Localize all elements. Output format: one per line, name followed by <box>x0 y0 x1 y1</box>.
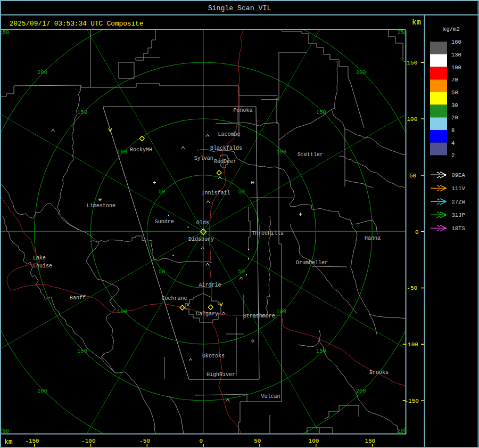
svg-text:200: 200 <box>37 69 47 76</box>
svg-text:100: 100 <box>276 308 286 315</box>
svg-text:Innisfail: Innisfail <box>201 190 230 196</box>
svg-text:4: 4 <box>451 140 455 146</box>
svg-text:RockyMH: RockyMH <box>130 147 152 153</box>
svg-text:150: 150 <box>316 109 326 116</box>
svg-text:150: 150 <box>365 438 375 444</box>
svg-text:31JP: 31JP <box>452 212 465 218</box>
svg-text:Strathmore: Strathmore <box>243 313 275 319</box>
svg-text:160: 160 <box>451 39 461 45</box>
svg-text:Limestone: Limestone <box>87 203 115 209</box>
svg-text:150: 150 <box>316 348 326 354</box>
svg-text:100: 100 <box>451 64 461 71</box>
svg-text:130: 130 <box>451 52 461 58</box>
svg-text:250: 250 <box>0 428 9 434</box>
svg-text:RedDeer: RedDeer <box>214 159 236 165</box>
svg-text:Okotoks: Okotoks <box>202 353 225 359</box>
svg-text:Stettler: Stettler <box>298 152 323 158</box>
svg-text:18TS: 18TS <box>452 225 465 232</box>
svg-text:Sylvan: Sylvan <box>194 156 213 161</box>
svg-text:200: 200 <box>356 388 366 394</box>
svg-text:09EA: 09EA <box>452 172 466 178</box>
svg-text:Single_Scan_VIL: Single_Scan_VIL <box>208 4 271 12</box>
svg-text:0: 0 <box>200 438 203 444</box>
svg-text:200: 200 <box>356 69 366 76</box>
svg-text:150: 150 <box>77 109 87 116</box>
svg-text:-50: -50 <box>139 438 150 444</box>
svg-text:200: 200 <box>37 388 47 394</box>
svg-text:100: 100 <box>276 149 286 155</box>
svg-text:50: 50 <box>451 89 458 96</box>
svg-text:100: 100 <box>117 149 127 155</box>
svg-text:150: 150 <box>77 348 87 354</box>
svg-text:Drumheller: Drumheller <box>296 260 328 266</box>
svg-text:50: 50 <box>409 173 416 179</box>
svg-text:Lake: Lake <box>33 255 46 261</box>
svg-text:Olds: Olds <box>196 220 209 226</box>
svg-text:-50: -50 <box>407 285 417 291</box>
svg-text:50: 50 <box>254 438 261 444</box>
svg-text:Banff: Banff <box>70 295 86 301</box>
svg-text:50: 50 <box>159 189 166 195</box>
svg-text:km: km <box>412 18 421 27</box>
svg-text:-100: -100 <box>81 438 95 444</box>
svg-text:kg/m2: kg/m2 <box>443 26 460 32</box>
svg-text:-150: -150 <box>405 398 419 404</box>
svg-text:20: 20 <box>451 115 458 121</box>
svg-text:2025/09/17 03:53:34 UTC Compos: 2025/09/17 03:53:34 UTC Composite <box>10 20 143 28</box>
svg-text:Calgary: Calgary <box>196 311 218 317</box>
svg-text:100: 100 <box>117 308 127 315</box>
svg-text:150: 150 <box>407 60 418 66</box>
svg-text:70: 70 <box>451 77 458 83</box>
svg-text:8: 8 <box>451 127 455 134</box>
svg-text:30: 30 <box>451 102 458 109</box>
svg-text:Brooks: Brooks <box>369 370 389 376</box>
svg-text:50: 50 <box>159 268 166 275</box>
svg-text:Vulcan: Vulcan <box>261 394 280 400</box>
svg-text:-150: -150 <box>25 438 39 444</box>
svg-text:km: km <box>4 438 13 446</box>
svg-text:HighRiver: HighRiver <box>207 372 235 378</box>
svg-text:Sundre: Sundre <box>155 219 174 225</box>
svg-text:Louise: Louise <box>33 263 52 269</box>
svg-text:50: 50 <box>238 189 245 195</box>
svg-text:Lacombe: Lacombe <box>218 132 240 137</box>
svg-text:Didsbury: Didsbury <box>188 237 214 242</box>
svg-text:100: 100 <box>309 438 319 444</box>
svg-text:111V: 111V <box>452 185 466 192</box>
svg-text:Airdrie: Airdrie <box>199 282 221 288</box>
svg-text:Ponoka: Ponoka <box>233 108 252 113</box>
svg-text:27ZW: 27ZW <box>452 199 466 205</box>
svg-text:100: 100 <box>407 116 418 123</box>
svg-text:50: 50 <box>238 268 245 275</box>
svg-text:0: 0 <box>415 229 419 235</box>
svg-text:-100: -100 <box>404 341 418 348</box>
svg-text:ThreeHills: ThreeHills <box>252 231 284 237</box>
svg-text:250: 250 <box>0 29 9 36</box>
svg-text:Blackfalds: Blackfalds <box>210 145 242 151</box>
svg-text:2: 2 <box>451 152 455 159</box>
svg-text:Hanna: Hanna <box>365 235 381 241</box>
svg-text:Cochrane: Cochrane <box>161 296 187 302</box>
